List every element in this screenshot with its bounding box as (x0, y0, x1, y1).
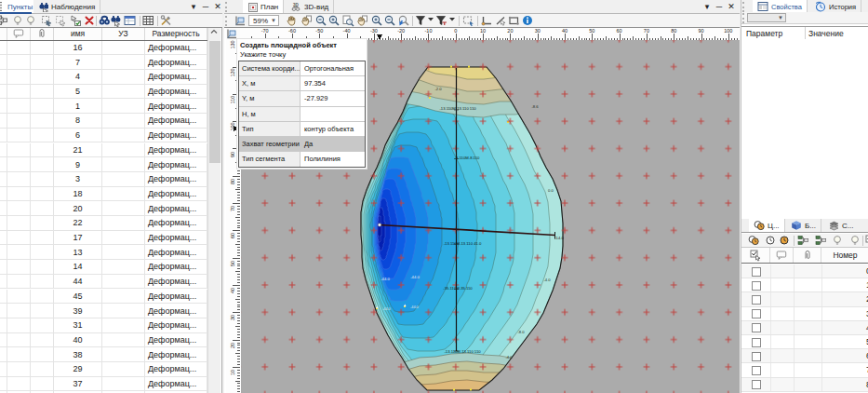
tab-plan[interactable]: План (243, 0, 284, 13)
zoom-page-icon[interactable] (342, 15, 354, 27)
table-row[interactable]: 37Деформац... (0, 377, 207, 392)
table-row[interactable]: 18Деформац... (0, 187, 207, 202)
deselect-rect-icon[interactable] (55, 15, 67, 27)
table-row[interactable]: 22Деформац... (0, 216, 207, 231)
row-checkbox[interactable] (752, 352, 761, 361)
drag-handle[interactable] (225, 2, 228, 12)
table-row[interactable]: 13Деформац... (0, 245, 207, 260)
drag-handle[interactable] (742, 13, 745, 23)
table-row[interactable]: 16Деформац... (0, 41, 207, 56)
row-checkbox[interactable] (752, 338, 761, 347)
cycle-row[interactable]: 1 (741, 278, 868, 292)
tab-properties[interactable]: Свойства (753, 0, 808, 13)
table-row[interactable]: 5Деформац... (0, 85, 207, 100)
column-header-dimension[interactable]: Размерность (145, 28, 207, 40)
panel-menu-button[interactable]: ▾ (702, 1, 712, 12)
table-settings-icon[interactable] (124, 15, 136, 27)
cycle-row[interactable]: 6 (741, 349, 868, 363)
table-row[interactable]: 8Деформац... (0, 114, 207, 129)
select-check-icon[interactable] (70, 15, 82, 27)
row-checkbox[interactable] (752, 323, 761, 332)
panel-minimize-button[interactable]: ─ (201, 1, 210, 12)
panel-menu-button[interactable]: ▾ (189, 1, 198, 12)
points-table-scrollbar[interactable] (207, 28, 220, 393)
drag-handle[interactable] (742, 2, 745, 12)
scrollbar-thumb[interactable] (209, 41, 220, 163)
filter2-icon[interactable] (435, 15, 447, 27)
panel-close-button[interactable]: ✕ (213, 1, 222, 12)
table-row[interactable]: 45Деформац... (0, 290, 207, 305)
zoom-plus-icon[interactable] (371, 15, 383, 27)
panel-close-button[interactable]: ✕ (727, 1, 736, 12)
contour-label: -44.0 (381, 277, 390, 281)
pan-hand-icon[interactable] (286, 15, 298, 27)
column-header-name[interactable]: имя (54, 28, 102, 40)
column-header-uz[interactable]: УЗ (102, 28, 145, 40)
row-checkbox[interactable] (752, 380, 761, 389)
cycle-row[interactable]: 5 (741, 335, 868, 349)
grid-view-icon[interactable] (142, 15, 154, 27)
row-checkbox[interactable] (752, 267, 761, 277)
table-row[interactable]: 6Деформац... (0, 129, 207, 143)
zoom-out-icon[interactable] (315, 15, 327, 27)
tab-observations[interactable]: Наблюдения (33, 0, 100, 13)
table-row[interactable]: 17Деформац... (0, 231, 207, 246)
cycle-row[interactable]: 7 (741, 363, 868, 377)
zoom-tool-icon[interactable] (234, 15, 247, 27)
table-row[interactable]: 7Деформац... (0, 55, 207, 70)
table-row[interactable]: 40Деформац... (0, 333, 207, 348)
find-select-icon[interactable] (110, 15, 122, 27)
drag-handle[interactable] (225, 16, 228, 26)
table-row[interactable]: 9Деформац... (0, 157, 207, 172)
cycle-row[interactable]: 4 (741, 321, 868, 335)
select-rect-icon[interactable] (41, 15, 53, 27)
cycle-row[interactable]: 0 (741, 264, 868, 278)
cycle-row[interactable]: 3 (741, 307, 868, 321)
select-area-icon[interactable] (462, 15, 474, 27)
link-points-icon[interactable] (0, 15, 9, 27)
bulb-on-icon[interactable] (12, 15, 24, 27)
info-icon[interactable] (522, 15, 534, 27)
row-checkbox[interactable] (752, 281, 761, 291)
pan-sheet-icon[interactable] (356, 15, 368, 27)
table-row[interactable]: 14Деформац... (0, 260, 207, 275)
table-row[interactable]: 20Деформац... (0, 201, 207, 216)
corner-snap-icon[interactable] (481, 15, 493, 27)
table-row[interactable]: 39Деформац... (0, 304, 207, 318)
v-ruler-label: 100 (230, 120, 235, 134)
filter-icon[interactable] (415, 15, 427, 27)
settings-tools-icon[interactable] (160, 15, 172, 27)
rect-snap-icon[interactable] (508, 15, 520, 27)
zoom-level-combobox[interactable]: 59% ▼ (248, 15, 279, 26)
bulb-off-icon[interactable] (25, 15, 37, 27)
delete-icon[interactable] (84, 15, 96, 27)
line-snap-icon[interactable] (495, 15, 507, 27)
table-row[interactable]: 29Деформац... (0, 362, 207, 377)
zoom-minus-icon[interactable] (384, 15, 396, 27)
zoom-in-icon[interactable] (328, 15, 341, 27)
row-checkbox[interactable] (752, 295, 761, 305)
table-row[interactable]: 44Деформац... (0, 275, 207, 290)
panel-minimize-button[interactable]: ─ (714, 1, 724, 12)
contour-label: 0.0 (548, 188, 554, 193)
properties-combobox[interactable]: ▼ (747, 13, 786, 22)
row-checkbox[interactable] (752, 309, 761, 318)
table-row[interactable]: 3Деформац... (0, 172, 207, 187)
scroll-up-button[interactable] (209, 28, 220, 40)
table-row[interactable]: 31Деформац... (0, 318, 207, 333)
cycle-row[interactable]: 2 (741, 292, 868, 306)
tab-points[interactable]: Пункты (0, 0, 38, 13)
table-row[interactable]: 4Деформац... (0, 70, 207, 85)
row-checkbox[interactable] (752, 366, 761, 375)
cell-dimension: Деформац... (145, 245, 207, 260)
attachment-column-icon (36, 28, 47, 39)
cell-name: 40 (54, 333, 102, 348)
pan-page-icon[interactable] (300, 15, 313, 27)
tab-3d-view[interactable]: 3D 3D-вид (286, 0, 334, 13)
table-row[interactable]: 38Деформац... (0, 347, 207, 362)
cycle-row[interactable]: 8 (741, 378, 868, 392)
zoom-prev-icon[interactable] (398, 15, 410, 27)
table-row[interactable]: 1Деформац... (0, 99, 207, 114)
table-row[interactable]: 21Деформац... (0, 143, 207, 158)
tab-history[interactable]: История (810, 0, 861, 13)
